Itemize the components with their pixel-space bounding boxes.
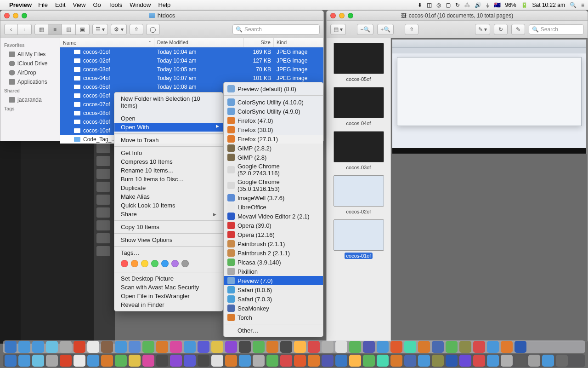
ctx-burn[interactable]: Burn 10 Items to Disc… (114, 175, 223, 184)
dock-app[interactable] (18, 355, 30, 367)
dock-app[interactable] (170, 341, 182, 353)
dock-app[interactable] (514, 355, 526, 367)
dock-app[interactable] (253, 355, 265, 367)
sm-default[interactable]: Preview (default) (8.0) (224, 84, 323, 93)
list-view[interactable]: ≡ (48, 24, 62, 35)
sm-app[interactable]: Google Chrome (52.0.2743.116) (224, 162, 323, 178)
dock-app[interactable] (446, 341, 458, 353)
tag-color[interactable] (161, 260, 169, 267)
dock-app[interactable] (225, 355, 237, 367)
sm-app[interactable]: Picasa (3.9.140) (224, 258, 323, 267)
file-row[interactable]: cocos-03ofToday 10:05 am70 KBJPEG image (60, 65, 323, 74)
dock-app[interactable] (542, 355, 554, 367)
forward-button[interactable]: › (18, 24, 32, 35)
sm-app[interactable]: Pixillion (224, 267, 323, 276)
sm-app[interactable]: Paintbrush (2.1.1) (224, 239, 323, 248)
sm-app[interactable]: ColorSync Utility (4.9.0) (224, 107, 323, 116)
dock-app[interactable] (308, 341, 320, 353)
sm-app[interactable]: Firefox (27.0.1) (224, 134, 323, 144)
thumbnail[interactable]: cocos-03of (333, 131, 384, 171)
dock-app[interactable] (294, 341, 306, 353)
sm-app[interactable]: ImageWell (3.7.6) (224, 193, 323, 202)
ctx-duplicate[interactable]: Duplicate (114, 184, 223, 192)
dock-app[interactable] (87, 355, 99, 367)
file-row[interactable]: cocos-02ofToday 10:04 am127 KBJPEG image (60, 56, 323, 65)
dock-app[interactable] (156, 355, 168, 367)
sm-app[interactable]: GIMP (2.8.2) (224, 144, 323, 153)
dock-app[interactable] (322, 341, 334, 353)
sm-app[interactable]: SeaMonkey (224, 304, 323, 313)
highlight-btn[interactable]: ✎ ▾ (475, 24, 490, 35)
close-button[interactable] (330, 13, 336, 18)
dock-app[interactable] (46, 341, 58, 353)
col-date[interactable]: Date Modified (154, 38, 244, 47)
wifi-icon[interactable]: ⏚ (486, 2, 489, 8)
file-row[interactable]: cocos-04ofToday 10:07 am101 KBJPEG image (60, 74, 323, 82)
rotate-btn[interactable]: ↻ (494, 24, 508, 35)
zoom-out[interactable]: −🔍 (357, 24, 373, 35)
tag-color[interactable] (121, 260, 128, 267)
sm-app[interactable]: Opera (39.0) (224, 221, 323, 230)
dock-app[interactable] (404, 341, 416, 353)
sm-app[interactable]: Opera (12.16) (224, 230, 323, 239)
ctx-newfolder[interactable]: New Folder with Selection (10 Items) (114, 94, 223, 110)
dock-app[interactable] (129, 355, 141, 367)
share-btn[interactable]: ⇧ (405, 24, 418, 35)
markup-btn[interactable]: ✎ (511, 24, 525, 35)
dock-app[interactable] (225, 341, 237, 353)
sidebar-item-airdrop[interactable]: AirDrop (0, 68, 60, 77)
thumbnail[interactable]: cocos-04of (333, 87, 384, 126)
sm-app[interactable]: Firefox (30.0) (224, 125, 323, 134)
help-menu[interactable]: Help (158, 1, 170, 8)
flag-icon[interactable]: 🇦🇺 (494, 2, 501, 8)
edit-menu[interactable]: Edit (55, 1, 65, 8)
dock-app[interactable] (198, 355, 209, 367)
dock-app[interactable] (418, 341, 430, 353)
dropbox-icon[interactable]: ◫ (427, 2, 432, 8)
volume-icon[interactable]: 🔊 (475, 2, 481, 8)
dock-app[interactable] (390, 341, 402, 353)
ctx-copy[interactable]: Copy 10 Items (114, 223, 223, 231)
dock-app[interactable] (211, 355, 223, 367)
dock-app[interactable] (390, 355, 402, 367)
dock-app[interactable] (46, 355, 58, 367)
ctx-textwrangler[interactable]: Open File in TextWrangler (114, 292, 223, 300)
dock-app[interactable] (294, 355, 306, 367)
tools-menu[interactable]: Tools (108, 1, 122, 8)
minimize-button[interactable] (339, 13, 345, 18)
tag-color[interactable] (151, 260, 158, 267)
file-menu[interactable]: File (38, 1, 48, 8)
coverflow-view[interactable]: ▣ (76, 24, 90, 35)
zoom-button[interactable] (348, 13, 353, 18)
dock-app[interactable] (556, 355, 568, 367)
dock-app[interactable] (335, 341, 347, 353)
dock-app[interactable] (487, 341, 499, 353)
dock-app[interactable] (473, 355, 485, 367)
finder-search[interactable]: 🔍Search (232, 24, 320, 34)
go-menu[interactable]: Go (93, 1, 101, 8)
icon-view[interactable]: ▦ (34, 24, 48, 35)
sm-app[interactable]: Paintbrush 2 (2.1.1) (224, 248, 323, 258)
dock-app[interactable] (184, 355, 196, 367)
dock-app[interactable] (129, 341, 141, 353)
col-size[interactable]: Size (244, 38, 274, 47)
window-menu[interactable]: Window (130, 1, 151, 8)
preview-canvas[interactable] (391, 38, 588, 341)
dock-app[interactable] (322, 355, 334, 367)
sidebar-item-icloud[interactable]: iCloud Drive (0, 59, 60, 68)
dock-app[interactable] (459, 355, 471, 367)
dock-app[interactable] (60, 355, 72, 367)
preview-titlebar[interactable]: 🖼cocos-01of (10 documents, 10 total page… (327, 11, 588, 21)
thumbnail[interactable]: cocos-05of (333, 43, 384, 82)
airplay-icon[interactable]: ▢ (446, 2, 451, 8)
sm-app[interactable]: ColorSync Utility (4.10.0) (224, 98, 323, 107)
dock-app[interactable] (87, 341, 99, 353)
tag-color[interactable] (181, 260, 189, 267)
column-view[interactable]: ▥ (62, 24, 76, 35)
dock-app[interactable] (211, 341, 223, 353)
dock-app[interactable] (239, 341, 251, 353)
col-kind[interactable]: Kind (274, 38, 323, 47)
dock-app[interactable] (32, 355, 44, 367)
dock-app[interactable] (487, 355, 499, 367)
dock-app[interactable] (74, 355, 85, 367)
